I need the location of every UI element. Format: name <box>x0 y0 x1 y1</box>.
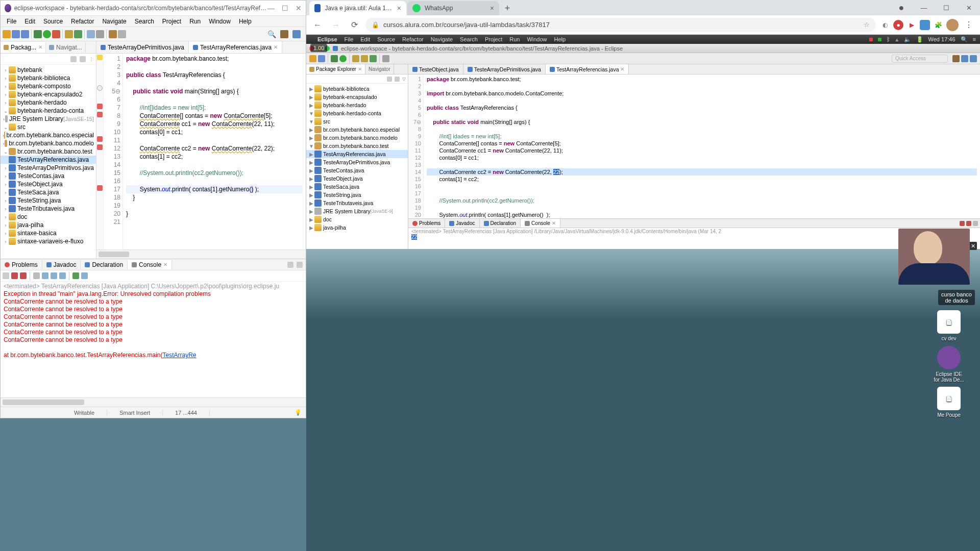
window-titlebar: eclipse-workspace - bytebank-herdado-con… <box>1 1 306 16</box>
new-package-icon[interactable] <box>65 30 73 38</box>
youtube-ext-icon[interactable]: ▶ <box>906 20 917 30</box>
menu-help[interactable]: Help <box>235 17 256 26</box>
menu-run[interactable]: Run <box>185 17 205 26</box>
reload-button[interactable]: ⟳ <box>347 18 361 32</box>
java-perspective-icon[interactable] <box>292 30 301 38</box>
new-icon[interactable] <box>3 30 11 38</box>
browser-tab-alura[interactable]: Java e java.util: Aula 1 - Atividad × <box>309 1 406 15</box>
scroll-lock-icon[interactable] <box>42 272 48 279</box>
declaration-tab[interactable]: Declaration <box>81 260 128 269</box>
marker-bar[interactable] <box>96 54 104 249</box>
close-button[interactable]: ✕ <box>958 4 980 12</box>
desktop-icon-eclipse[interactable]: Eclipse IDEfor Java De... <box>931 346 967 383</box>
line-gutter: 12345⊖6789101112131415161718192021 <box>104 54 123 249</box>
maximize-button[interactable]: ☐ <box>282 4 288 12</box>
url-text: cursos.alura.com.br/course/java-util-lam… <box>383 21 550 29</box>
alura-favicon-icon <box>314 4 321 12</box>
browser-tab-whatsapp[interactable]: WhatsApp × <box>407 1 499 15</box>
project-sintaxe-variaveis: ›sintaxe-variaveis-e-fluxo <box>1 237 96 245</box>
search-icon[interactable]: 🔍 <box>267 30 276 38</box>
remove-launch-icon[interactable] <box>11 272 18 279</box>
desktop-icon-cv[interactable]: 📄cv dev <box>931 310 967 341</box>
extensions-menu-icon[interactable]: 🧩 <box>933 20 943 30</box>
editor-horizontal-scrollbar[interactable] <box>96 249 306 259</box>
menu-navigate[interactable]: Navigate <box>98 17 130 26</box>
menubar: File Edit Source Refactor Navigate Searc… <box>1 16 306 27</box>
console-output[interactable]: <terminated> TestArrayReferencias [Java … <box>1 282 306 397</box>
volume-icon: 🔈 <box>904 36 911 43</box>
open-console-icon[interactable] <box>81 272 88 279</box>
search-toolbar-icon[interactable] <box>96 30 104 38</box>
stacktrace-line: at br.com.bytebank.banco.test.TestArrayR… <box>4 352 303 359</box>
link-editor-icon[interactable] <box>80 56 86 62</box>
editor-tab-referencias[interactable]: TestArrayReferencias.java✕ <box>189 41 282 53</box>
eclipse-icon <box>5 4 11 12</box>
desktop-icon-mepoupe[interactable]: 📄Me Poupe <box>931 387 967 418</box>
clear-console-icon[interactable] <box>33 272 40 279</box>
address-bar[interactable]: 🔒 cursos.alura.com.br/course/java-util-l… <box>365 18 876 32</box>
new-class-icon <box>370 55 377 62</box>
console-tab[interactable]: Console✕ <box>128 260 172 269</box>
new-class-icon[interactable] <box>74 30 82 38</box>
editor-tab-primitivos[interactable]: TesteArrayDePrimitivos.java <box>96 41 189 53</box>
tab-close-icon[interactable]: × <box>397 4 401 12</box>
run-icon[interactable] <box>43 30 51 38</box>
menu-edit[interactable]: Edit <box>20 17 39 26</box>
minimize-button[interactable]: — <box>913 4 935 12</box>
menu-search[interactable]: Search <box>131 17 158 26</box>
doc-folder: ›doc <box>1 213 96 221</box>
collapse-all-icon[interactable] <box>70 56 77 62</box>
save-icon[interactable] <box>12 30 20 38</box>
chrome-menu-icon[interactable]: ⋮ <box>962 20 976 30</box>
project-tree[interactable]: ›bytebank ›bytebank-biblioteca ›bytebank… <box>1 65 96 259</box>
maximize-view-icon[interactable] <box>297 262 303 268</box>
menu-refactor[interactable]: Refactor <box>67 17 98 26</box>
maximize-button[interactable]: ☐ <box>935 4 958 12</box>
account-dot-icon[interactable]: ● <box>890 3 913 13</box>
bookmark-star-icon[interactable]: ☆ <box>864 21 870 29</box>
code-editor[interactable]: 12345⊖6789101112131415161718192021 packa… <box>96 54 306 249</box>
problems-tab[interactable]: Problems <box>1 260 42 269</box>
extension-icon[interactable]: ◐ <box>880 20 890 30</box>
toggle-mark-icon[interactable] <box>109 30 117 38</box>
pin-console-icon[interactable] <box>59 272 66 279</box>
debug-icon[interactable] <box>34 30 42 38</box>
close-button[interactable]: ✕ <box>296 4 302 12</box>
extension-icon[interactable]: ● <box>893 20 903 30</box>
javadoc-tab[interactable]: Javadoc <box>42 260 81 269</box>
menu-project[interactable]: Project <box>158 17 185 26</box>
code-body[interactable]: package br.com.bytebank.banco.test; publ… <box>123 54 306 249</box>
tip-icon[interactable]: 💡 <box>295 409 306 416</box>
menu-source[interactable]: Source <box>39 17 67 26</box>
terminate-icon[interactable] <box>3 272 9 279</box>
word-wrap-icon[interactable] <box>51 272 57 279</box>
menu-file[interactable]: File <box>3 17 20 26</box>
menu-window[interactable]: Window <box>205 17 235 26</box>
display-console-icon[interactable] <box>72 272 79 279</box>
project-bytebank-composto: ›bytebank-composto <box>1 82 96 90</box>
package-explorer-tab[interactable]: Packag...✕ <box>1 42 46 53</box>
profile-avatar[interactable] <box>946 19 959 31</box>
video-content[interactable]: Eclipse File Edit Source Refactor Naviga… <box>306 35 980 551</box>
error-line: ContaCorrente cannot be resolved to a ty… <box>4 329 303 336</box>
forward-button[interactable]: → <box>329 18 343 32</box>
remove-all-icon[interactable] <box>20 272 27 279</box>
tab-close-icon[interactable]: × <box>490 4 494 12</box>
new-tab-button[interactable]: + <box>500 1 514 15</box>
view-menu-icon[interactable]: ⋮ <box>89 56 94 62</box>
navigator-tab[interactable]: Navigat... <box>46 42 86 53</box>
next-annotation-icon[interactable] <box>118 30 126 38</box>
console-horizontal-scrollbar[interactable] <box>1 397 306 407</box>
minimize-button[interactable]: — <box>267 4 275 12</box>
save-all-icon[interactable] <box>21 30 29 38</box>
minimize-view-icon[interactable] <box>287 262 293 268</box>
open-type-icon[interactable] <box>87 30 95 38</box>
menu-file: File <box>345 36 354 42</box>
console-value: 22 <box>411 234 417 240</box>
instructor-webcam <box>898 229 970 285</box>
open-perspective-icon[interactable] <box>280 30 288 38</box>
video-close-button[interactable]: ✕ <box>969 242 977 250</box>
coverage-icon[interactable] <box>52 30 60 38</box>
back-button[interactable]: ← <box>310 18 325 32</box>
extension-icon[interactable] <box>920 20 930 30</box>
